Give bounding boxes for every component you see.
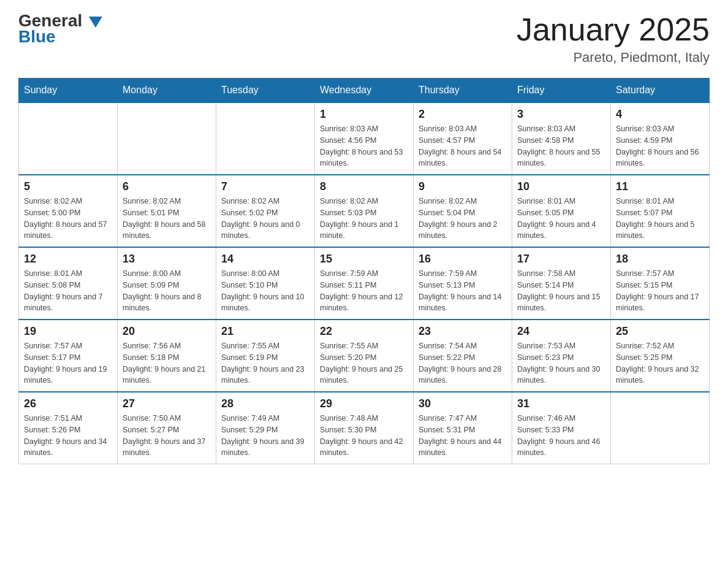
day-number: 23 xyxy=(419,325,507,338)
title-section: January 2025 Pareto, Piedmont, Italy xyxy=(517,12,710,66)
header-wednesday: Wednesday xyxy=(315,79,414,103)
calendar-cell: 13Sunrise: 8:00 AM Sunset: 5:09 PM Dayli… xyxy=(118,247,216,320)
calendar-cell: 24Sunrise: 7:53 AM Sunset: 5:23 PM Dayli… xyxy=(512,320,611,392)
day-info: Sunrise: 8:01 AM Sunset: 5:07 PM Dayligh… xyxy=(616,196,704,242)
calendar-cell: 5Sunrise: 8:02 AM Sunset: 5:00 PM Daylig… xyxy=(19,175,118,247)
day-number: 13 xyxy=(123,253,211,266)
day-info: Sunrise: 8:02 AM Sunset: 5:02 PM Dayligh… xyxy=(221,196,309,242)
day-info: Sunrise: 7:55 AM Sunset: 5:19 PM Dayligh… xyxy=(221,340,309,386)
day-info: Sunrise: 7:55 AM Sunset: 5:20 PM Dayligh… xyxy=(320,340,408,386)
svg-marker-0 xyxy=(89,17,102,28)
day-number: 10 xyxy=(517,180,605,193)
calendar-cell: 20Sunrise: 7:56 AM Sunset: 5:18 PM Dayli… xyxy=(118,320,216,392)
calendar-cell: 9Sunrise: 8:02 AM Sunset: 5:04 PM Daylig… xyxy=(414,175,512,247)
logo-arrow-icon xyxy=(89,17,102,28)
day-info: Sunrise: 7:52 AM Sunset: 5:25 PM Dayligh… xyxy=(616,340,704,386)
calendar-cell: 15Sunrise: 7:59 AM Sunset: 5:11 PM Dayli… xyxy=(315,247,414,320)
day-number: 7 xyxy=(221,180,309,193)
day-number: 2 xyxy=(419,108,507,121)
calendar-week-row: 26Sunrise: 7:51 AM Sunset: 5:26 PM Dayli… xyxy=(19,392,710,464)
logo: General Blue xyxy=(18,12,90,45)
calendar-cell: 17Sunrise: 7:58 AM Sunset: 5:14 PM Dayli… xyxy=(512,247,611,320)
day-number: 3 xyxy=(517,108,605,121)
calendar-cell: 28Sunrise: 7:49 AM Sunset: 5:29 PM Dayli… xyxy=(216,392,315,464)
calendar-cell: 14Sunrise: 8:00 AM Sunset: 5:10 PM Dayli… xyxy=(216,247,315,320)
day-number: 15 xyxy=(320,253,408,266)
day-info: Sunrise: 8:03 AM Sunset: 4:59 PM Dayligh… xyxy=(616,123,704,169)
calendar-cell: 1Sunrise: 8:03 AM Sunset: 4:56 PM Daylig… xyxy=(315,102,414,175)
calendar-cell: 31Sunrise: 7:46 AM Sunset: 5:33 PM Dayli… xyxy=(512,392,611,464)
header-saturday: Saturday xyxy=(611,79,710,103)
calendar-cell: 11Sunrise: 8:01 AM Sunset: 5:07 PM Dayli… xyxy=(611,175,710,247)
calendar-table: Sunday Monday Tuesday Wednesday Thursday… xyxy=(18,78,710,464)
calendar-week-row: 5Sunrise: 8:02 AM Sunset: 5:00 PM Daylig… xyxy=(19,175,710,247)
day-info: Sunrise: 7:57 AM Sunset: 5:17 PM Dayligh… xyxy=(24,340,112,386)
day-info: Sunrise: 8:00 AM Sunset: 5:09 PM Dayligh… xyxy=(123,268,211,314)
day-number: 24 xyxy=(517,325,605,338)
calendar-cell: 2Sunrise: 8:03 AM Sunset: 4:57 PM Daylig… xyxy=(414,102,512,175)
calendar-cell: 6Sunrise: 8:02 AM Sunset: 5:01 PM Daylig… xyxy=(118,175,216,247)
day-info: Sunrise: 8:02 AM Sunset: 5:00 PM Dayligh… xyxy=(24,196,112,242)
calendar-cell: 7Sunrise: 8:02 AM Sunset: 5:02 PM Daylig… xyxy=(216,175,315,247)
calendar-cell: 22Sunrise: 7:55 AM Sunset: 5:20 PM Dayli… xyxy=(315,320,414,392)
calendar-cell: 25Sunrise: 7:52 AM Sunset: 5:25 PM Dayli… xyxy=(611,320,710,392)
day-number: 26 xyxy=(24,397,112,410)
day-info: Sunrise: 7:53 AM Sunset: 5:23 PM Dayligh… xyxy=(517,340,605,386)
day-number: 18 xyxy=(616,253,704,266)
day-info: Sunrise: 8:01 AM Sunset: 5:05 PM Dayligh… xyxy=(517,196,605,242)
header-friday: Friday xyxy=(512,79,611,103)
day-number: 29 xyxy=(320,397,408,410)
day-number: 31 xyxy=(517,397,605,410)
day-info: Sunrise: 7:48 AM Sunset: 5:30 PM Dayligh… xyxy=(320,413,408,459)
day-info: Sunrise: 8:02 AM Sunset: 5:01 PM Dayligh… xyxy=(123,196,211,242)
header-row: Sunday Monday Tuesday Wednesday Thursday… xyxy=(19,79,710,103)
day-number: 20 xyxy=(123,325,211,338)
day-info: Sunrise: 7:50 AM Sunset: 5:27 PM Dayligh… xyxy=(123,413,211,459)
day-info: Sunrise: 7:58 AM Sunset: 5:14 PM Dayligh… xyxy=(517,268,605,314)
day-number: 4 xyxy=(616,108,704,121)
day-number: 17 xyxy=(517,253,605,266)
day-info: Sunrise: 7:57 AM Sunset: 5:15 PM Dayligh… xyxy=(616,268,704,314)
day-number: 9 xyxy=(419,180,507,193)
calendar-cell: 10Sunrise: 8:01 AM Sunset: 5:05 PM Dayli… xyxy=(512,175,611,247)
calendar-cell xyxy=(118,102,216,175)
day-info: Sunrise: 8:00 AM Sunset: 5:10 PM Dayligh… xyxy=(221,268,309,314)
calendar-week-row: 12Sunrise: 8:01 AM Sunset: 5:08 PM Dayli… xyxy=(19,247,710,320)
day-info: Sunrise: 8:02 AM Sunset: 5:04 PM Dayligh… xyxy=(419,196,507,242)
day-info: Sunrise: 7:49 AM Sunset: 5:29 PM Dayligh… xyxy=(221,413,309,459)
calendar-cell: 3Sunrise: 8:03 AM Sunset: 4:58 PM Daylig… xyxy=(512,102,611,175)
calendar-cell: 26Sunrise: 7:51 AM Sunset: 5:26 PM Dayli… xyxy=(19,392,118,464)
header-sunday: Sunday xyxy=(19,79,118,103)
calendar-cell: 27Sunrise: 7:50 AM Sunset: 5:27 PM Dayli… xyxy=(118,392,216,464)
day-info: Sunrise: 7:47 AM Sunset: 5:31 PM Dayligh… xyxy=(419,413,507,459)
calendar-cell: 30Sunrise: 7:47 AM Sunset: 5:31 PM Dayli… xyxy=(414,392,512,464)
day-number: 28 xyxy=(221,397,309,410)
day-number: 19 xyxy=(24,325,112,338)
calendar-cell: 19Sunrise: 7:57 AM Sunset: 5:17 PM Dayli… xyxy=(19,320,118,392)
day-info: Sunrise: 7:51 AM Sunset: 5:26 PM Dayligh… xyxy=(24,413,112,459)
calendar-subtitle: Pareto, Piedmont, Italy xyxy=(517,50,710,66)
day-info: Sunrise: 7:59 AM Sunset: 5:11 PM Dayligh… xyxy=(320,268,408,314)
day-number: 27 xyxy=(123,397,211,410)
day-number: 16 xyxy=(419,253,507,266)
day-info: Sunrise: 8:03 AM Sunset: 4:57 PM Dayligh… xyxy=(419,123,507,169)
day-number: 12 xyxy=(24,253,112,266)
calendar-cell: 16Sunrise: 7:59 AM Sunset: 5:13 PM Dayli… xyxy=(414,247,512,320)
calendar-cell: 21Sunrise: 7:55 AM Sunset: 5:19 PM Dayli… xyxy=(216,320,315,392)
day-number: 8 xyxy=(320,180,408,193)
day-info: Sunrise: 7:46 AM Sunset: 5:33 PM Dayligh… xyxy=(517,413,605,459)
day-number: 25 xyxy=(616,325,704,338)
day-number: 22 xyxy=(320,325,408,338)
calendar-cell: 8Sunrise: 8:02 AM Sunset: 5:03 PM Daylig… xyxy=(315,175,414,247)
calendar-cell xyxy=(611,392,710,464)
day-info: Sunrise: 8:03 AM Sunset: 4:58 PM Dayligh… xyxy=(517,123,605,169)
day-info: Sunrise: 8:02 AM Sunset: 5:03 PM Dayligh… xyxy=(320,196,408,242)
day-info: Sunrise: 8:03 AM Sunset: 4:56 PM Dayligh… xyxy=(320,123,408,169)
calendar-title: January 2025 xyxy=(517,12,710,47)
calendar-cell: 18Sunrise: 7:57 AM Sunset: 5:15 PM Dayli… xyxy=(611,247,710,320)
header-tuesday: Tuesday xyxy=(216,79,315,103)
header-thursday: Thursday xyxy=(414,79,512,103)
day-number: 11 xyxy=(616,180,704,193)
day-number: 14 xyxy=(221,253,309,266)
calendar-header: Sunday Monday Tuesday Wednesday Thursday… xyxy=(19,79,710,103)
